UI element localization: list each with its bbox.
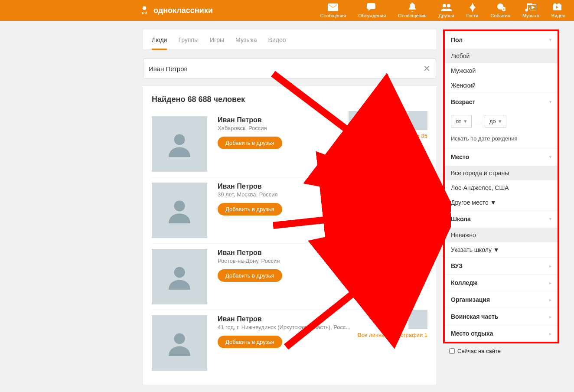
thumb[interactable] (369, 111, 388, 130)
search-box: ✕ (143, 59, 436, 78)
age-from-select[interactable]: от ▾ (451, 115, 472, 127)
checkbox[interactable] (449, 348, 455, 354)
filter-school: Школа ▾ Неважно Указать школу ▼ (445, 210, 558, 258)
result-item: Иван Петров Хабаровск, Россия Добавить в… (152, 111, 427, 177)
svg-point-10 (174, 267, 185, 278)
avatar[interactable] (152, 116, 207, 172)
filter-opt-school-any[interactable]: Неважно (445, 228, 558, 242)
nav-notifications[interactable]: Оповещения (398, 3, 427, 18)
tab-music[interactable]: Музыка (235, 29, 257, 49)
results-count: Найдено 68 688 человек (152, 95, 427, 104)
all-photos-link[interactable]: Все личные фотографии 85 (349, 133, 427, 139)
result-item: Иван Петров 39 лет, Москва, Россия Добав… (152, 177, 427, 244)
add-friend-button[interactable]: Добавить в друзья (218, 269, 282, 282)
add-friend-button[interactable]: Добавить в друзья (218, 203, 282, 216)
filter-opt-all-cities[interactable]: Все города и страны (445, 166, 558, 180)
all-photos-link[interactable]: Все личные фотографии 1 (358, 332, 427, 338)
brand-text: одноклассники (153, 6, 213, 15)
filter-college[interactable]: Колледж▸ (445, 274, 558, 291)
brand-logo[interactable]: одноклассники (139, 5, 213, 16)
guests-icon (467, 3, 478, 12)
events-icon (495, 3, 506, 12)
chevron-down-icon: ▾ (549, 99, 551, 104)
filter-gender: Пол ▾ Любой Мужской Женский (445, 31, 558, 93)
filters-panel: Пол ▾ Любой Мужской Женский Возраст ▾ от… (443, 29, 559, 343)
chevron-right-icon: ▸ (549, 281, 551, 285)
filter-opt-la[interactable]: Лос-Анджелес, США (445, 180, 558, 195)
tab-people[interactable]: Люди (152, 29, 167, 49)
filter-place: Место ▾ Все города и страны Лос-Анджелес… (445, 148, 558, 210)
tab-groups[interactable]: Группы (178, 29, 199, 49)
svg-point-8 (174, 134, 185, 145)
results-panel: Найдено 68 688 человек Иван Петров Хабар… (143, 86, 436, 385)
header-nav: Сообщения Обсуждения Оповещения Друзья Г… (320, 3, 565, 18)
filter-university[interactable]: ВУЗ▸ (445, 258, 558, 274)
svg-point-1 (443, 4, 446, 7)
chevron-down-icon: ▾ (549, 37, 551, 42)
avatar[interactable] (152, 183, 207, 238)
result-location: 39 лет, Москва, Россия (218, 191, 427, 198)
photo-thumbs (358, 310, 427, 329)
nav-friends[interactable]: Друзья (439, 3, 454, 18)
music-icon (525, 3, 536, 12)
svg-point-0 (143, 6, 147, 10)
svg-point-11 (174, 333, 185, 344)
friends-icon (441, 3, 452, 12)
avatar[interactable] (152, 315, 207, 371)
result-name[interactable]: Иван Петров (218, 183, 427, 190)
search-by-birthdate-link[interactable]: Искать по дате рождения (445, 132, 558, 148)
filter-military[interactable]: Воинская часть▸ (445, 308, 558, 325)
chevron-right-icon: ▸ (549, 264, 551, 268)
dash: — (475, 118, 481, 125)
filter-other-place[interactable]: Другое место ▼ (445, 195, 558, 210)
nav-music[interactable]: Музыка (522, 3, 539, 18)
filter-school-specify[interactable]: Указать школу ▼ (445, 242, 558, 257)
filter-opt-any[interactable]: Любой (445, 49, 558, 63)
result-item: Иван Петров 41 год, г. Нижнеудинск (Ирку… (152, 310, 427, 376)
add-friend-button[interactable]: Добавить в друзья (218, 137, 282, 149)
filter-vacation[interactable]: Место отдыха▸ (445, 325, 558, 342)
chevron-down-icon: ▾ (549, 154, 551, 159)
filter-age: Возраст ▾ от ▾ — до ▾ Искать по дате рож… (445, 93, 558, 148)
filter-title: Возраст ▾ (445, 93, 558, 111)
ok-logo-icon (139, 5, 150, 16)
chevron-right-icon: ▸ (549, 331, 551, 336)
search-tabs: Люди Группы Игры Музыка Видео (143, 29, 436, 50)
chat-icon (366, 3, 378, 12)
result-name[interactable]: Иван Петров (218, 249, 427, 257)
tab-games[interactable]: Игры (210, 29, 224, 49)
thumb[interactable] (349, 111, 368, 130)
filter-opt-male[interactable]: Мужской (445, 63, 558, 78)
age-to-select[interactable]: до ▾ (485, 115, 506, 127)
nav-discussions[interactable]: Обсуждения (358, 3, 386, 18)
svg-point-2 (447, 4, 450, 7)
add-friend-button[interactable]: Добавить в друзья (218, 336, 282, 348)
thumb[interactable] (408, 310, 427, 329)
filter-opt-female[interactable]: Женский (445, 78, 558, 93)
clear-icon[interactable]: ✕ (423, 63, 430, 74)
envelope-icon (327, 3, 339, 12)
filter-title: Пол ▾ (445, 31, 558, 49)
online-now-checkbox[interactable]: Сейчас на сайте (443, 343, 559, 354)
filter-title: Место ▾ (445, 148, 558, 166)
top-header: одноклассники Сообщения Обсуждения Опове… (0, 0, 574, 21)
result-item: Иван Петров Ростов-на-Дону, Россия Добав… (152, 244, 427, 310)
video-icon (553, 3, 564, 12)
nav-events[interactable]: События (491, 3, 510, 18)
chevron-right-icon: ▸ (549, 297, 551, 302)
tab-video[interactable]: Видео (268, 29, 286, 49)
nav-video[interactable]: Видео (551, 3, 565, 18)
search-input[interactable] (149, 65, 423, 72)
result-location: Ростов-на-Дону, Россия (218, 258, 427, 264)
nav-guests[interactable]: Гости (466, 3, 478, 18)
chevron-right-icon: ▸ (549, 314, 551, 319)
chevron-down-icon: ▾ (549, 216, 551, 221)
photo-thumbs (349, 111, 427, 130)
avatar[interactable] (152, 249, 207, 304)
thumb[interactable] (388, 111, 408, 130)
filter-organization[interactable]: Организация▸ (445, 291, 558, 308)
svg-point-9 (174, 201, 185, 212)
nav-messages[interactable]: Сообщения (320, 3, 346, 18)
thumb[interactable] (408, 111, 427, 130)
bell-icon (407, 3, 418, 12)
